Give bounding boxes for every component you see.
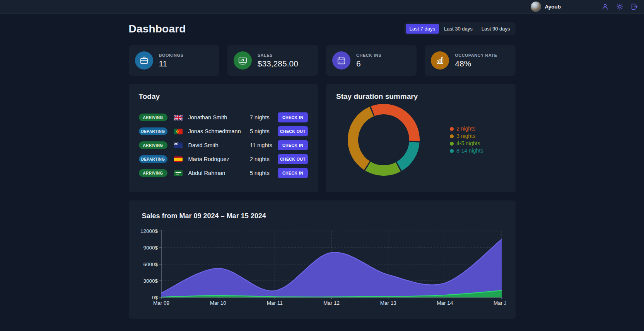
stat-card-sales: Sales $33,285.00	[227, 45, 318, 76]
svg-text:0$: 0$	[152, 295, 158, 300]
guest-name: Jonas Schmedtmann	[188, 128, 250, 134]
nights-label: 11 nights	[250, 142, 278, 148]
stat-card-bookings: Bookings 11	[129, 45, 219, 76]
svg-text:12000$: 12000$	[140, 229, 158, 234]
sales-area-chart: 0$3000$6000$9000$12000$Mar 09Mar 10Mar 1…	[139, 229, 506, 310]
stat-card-occupancy: Occupancy rate 48%	[425, 45, 515, 76]
stat-label: Occupancy rate	[455, 53, 497, 58]
sun-icon	[616, 3, 624, 11]
svg-text:6000$: 6000$	[143, 261, 158, 267]
stay-duration-chart: 2 nights 3 nights 4-5 nights 8-14 nights	[336, 103, 506, 177]
check-in-button[interactable]: Check in	[278, 112, 308, 122]
status-badge: Arriving	[139, 141, 167, 149]
flag-au-icon	[174, 143, 183, 148]
svg-text:Mar 14: Mar 14	[437, 300, 453, 306]
logout-icon	[630, 3, 639, 11]
briefcase-icon	[135, 51, 153, 70]
legend-dot	[450, 134, 454, 138]
filter-last-90-days[interactable]: Last 90 days	[478, 24, 514, 34]
stat-value: 11	[159, 59, 184, 68]
legend-dot	[450, 142, 454, 146]
user-account-button[interactable]	[600, 2, 610, 12]
nights-label: 2 nights	[250, 156, 278, 162]
user-block: Ayoub	[531, 2, 561, 12]
donut-legend: 2 nights 3 nights 4-5 nights 8-14 nights	[450, 125, 483, 154]
svg-text:Mar 09: Mar 09	[153, 300, 169, 306]
check-in-button[interactable]: Check in	[278, 168, 308, 178]
guest-name: Jonathan Smith	[188, 114, 250, 121]
status-badge: Departing	[139, 127, 167, 135]
filter-last-7-days[interactable]: Last 7 days	[406, 24, 439, 34]
legend-item: 2 nights	[450, 125, 483, 132]
today-title: Today	[139, 92, 308, 101]
app-header: Ayoub	[0, 0, 644, 14]
flag-pt-icon	[174, 129, 183, 134]
check-out-button[interactable]: Check out	[278, 154, 308, 164]
date-range-filter: Last 7 days Last 30 days Last 90 days	[404, 22, 516, 35]
logout-button[interactable]	[630, 2, 639, 12]
status-badge: Departing	[139, 155, 167, 163]
nights-label: 5 nights	[250, 170, 278, 176]
legend-item: 8-14 nights	[450, 147, 483, 154]
banknote-icon	[234, 51, 252, 70]
stats-row: Bookings 11 Sales $33,285.00	[129, 45, 516, 76]
bar-chart-icon	[431, 51, 449, 70]
svg-text:3000$: 3000$	[143, 278, 158, 284]
sales-chart-panel: Sales from Mar 09 2024 – Mar 15 2024 0$3…	[129, 200, 516, 319]
svg-text:9000$: 9000$	[143, 245, 158, 251]
guest-name: Abdul Rahman	[188, 170, 250, 176]
check-in-button[interactable]: Check in	[278, 140, 308, 150]
nights-label: 5 nights	[250, 128, 278, 134]
calendar-icon	[332, 51, 350, 70]
today-row: Arriving David Smith 11 nights Check in	[139, 138, 308, 152]
legend-item: 4-5 nights	[450, 140, 483, 147]
stay-duration-panel: Stay duration summary 2 nights 3 nights …	[326, 84, 516, 192]
status-badge: Arriving	[139, 169, 167, 177]
donut-chart	[347, 103, 420, 177]
svg-text:Mar 15: Mar 15	[493, 300, 505, 306]
stat-value: 6	[356, 59, 381, 68]
nights-label: 7 nights	[250, 114, 278, 121]
theme-toggle-button[interactable]	[615, 2, 624, 12]
svg-text:Mar 11: Mar 11	[266, 300, 282, 306]
flag-sa-icon	[174, 170, 183, 176]
dashboard-page: Dashboard Last 7 days Last 30 days Last …	[129, 14, 516, 319]
check-out-button[interactable]: Check out	[278, 126, 308, 136]
today-activity-list: Arriving Jonathan Smith 7 nights Check i…	[139, 110, 308, 180]
stat-label: Bookings	[159, 53, 184, 58]
flag-uk-icon	[174, 115, 183, 121]
svg-text:Mar 13: Mar 13	[380, 300, 396, 306]
legend-dot	[450, 149, 454, 153]
stat-card-check-ins: Check ins 6	[326, 45, 417, 76]
user-icon	[601, 3, 609, 11]
legend-item: 3 nights	[450, 132, 483, 140]
stat-label: Check ins	[356, 53, 381, 58]
stat-label: Sales	[258, 53, 298, 58]
today-panel: Today Arriving Jonathan Smith 7 nights C…	[129, 84, 318, 192]
today-row: Departing Maria Rodriguez 2 nights Check…	[139, 152, 308, 166]
heading-row: Dashboard Last 7 days Last 30 days Last …	[129, 22, 516, 35]
svg-text:Mar 10: Mar 10	[210, 300, 226, 306]
today-row: Arriving Jonathan Smith 7 nights Check i…	[139, 110, 308, 124]
filter-last-30-days[interactable]: Last 30 days	[440, 24, 477, 34]
user-name: Ayoub	[545, 4, 561, 10]
today-row: Arriving Abdul Rahman 5 nights Check in	[139, 166, 308, 180]
stay-duration-title: Stay duration summary	[336, 92, 506, 101]
middle-row: Today Arriving Jonathan Smith 7 nights C…	[129, 84, 516, 192]
avatar[interactable]	[531, 2, 541, 12]
header-icon-group	[600, 2, 639, 12]
status-badge: Arriving	[139, 114, 167, 121]
flag-es-icon	[174, 156, 183, 162]
legend-dot	[450, 127, 454, 131]
page-title: Dashboard	[129, 23, 186, 35]
svg-text:Mar 12: Mar 12	[323, 300, 339, 306]
stat-value: $33,285.00	[258, 59, 298, 68]
guest-name: Maria Rodriguez	[188, 156, 250, 162]
today-row: Departing Jonas Schmedtmann 5 nights Che…	[139, 124, 308, 138]
guest-name: David Smith	[188, 142, 250, 148]
sales-chart-title: Sales from Mar 09 2024 – Mar 15 2024	[142, 212, 506, 220]
stat-value: 48%	[455, 59, 497, 68]
